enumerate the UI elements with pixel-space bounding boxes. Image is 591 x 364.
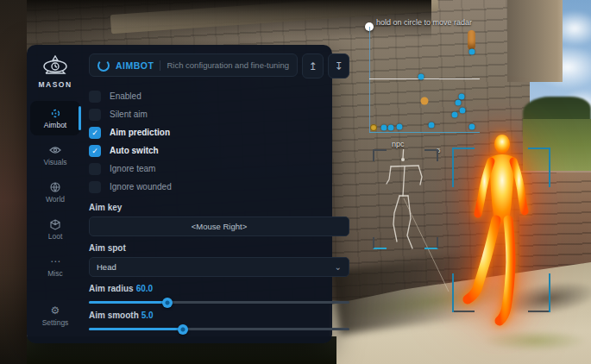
cube-icon [50, 218, 60, 230]
aim-radius-label: Aim radius60.0 [89, 284, 349, 293]
aim-spot-label: Aim spot [89, 243, 349, 253]
radar-hint-text: hold on circle to move radar [376, 18, 472, 27]
import-config-button[interactable]: ↥ [302, 53, 324, 78]
toggle-silent-aim[interactable]: ✓ Silent aim [89, 105, 349, 123]
sidebar: MASON Aimbot Visuals [27, 45, 84, 343]
aim-smooth-label: Aim smooth5.0 [89, 311, 349, 320]
radar-orange-dot [421, 97, 429, 105]
brand-name: MASON [38, 80, 72, 89]
radar-blue-dot [456, 100, 462, 106]
sidebar-item-loot[interactable]: Loot [30, 212, 80, 247]
gear-icon: ⚙ [51, 304, 60, 317]
toggle-label: Ignore team [110, 164, 155, 173]
slider-value: 60.0 [136, 284, 153, 293]
ellipsis-icon: ⋯ [50, 255, 60, 267]
export-config-button[interactable]: ↧ [328, 53, 349, 78]
bracket-segment [454, 311, 475, 312]
checkbox[interactable]: ✓ [89, 181, 101, 193]
toggle-label: Enabled [110, 91, 141, 101]
slider-value: 5.0 [141, 311, 154, 320]
bracket-segment [452, 273, 454, 312]
aim-smooth-slider[interactable] [89, 328, 349, 330]
radar-blue-dot [388, 125, 394, 131]
slider-handle[interactable] [178, 324, 188, 335]
wall-corner-block [507, 0, 563, 82]
radar-blue-dot [418, 74, 424, 80]
slider-fill [89, 328, 183, 330]
radar-dots [369, 27, 480, 133]
checkbox[interactable]: ✓ [89, 145, 101, 157]
sidebar-item-label: Aimbot [44, 121, 66, 129]
sidebar-item-misc[interactable]: ⋯ Misc [30, 249, 80, 284]
toggle-ignore-wounded[interactable]: ✓ Ignore wounded [89, 178, 349, 196]
bracket-segment [528, 147, 550, 149]
radar-blue-dot [459, 94, 465, 100]
checkbox[interactable]: ✓ [89, 127, 101, 139]
left-wall-edge [0, 0, 27, 364]
slider-handle[interactable] [162, 298, 173, 308]
npc-name-label: npc [392, 140, 405, 148]
radar-widget[interactable]: hold on circle to move radar [369, 27, 480, 133]
sidebar-item-label: Visuals [43, 158, 66, 166]
sidebar-item-label: World [46, 195, 65, 204]
download-icon: ↧ [334, 60, 343, 72]
checkbox[interactable]: ✓ [89, 91, 101, 103]
chevron-down-icon: ⌄ [335, 263, 342, 272]
slider-fill [89, 301, 167, 304]
radar-blue-dot [469, 124, 475, 130]
radar-yellow-dot [370, 124, 377, 131]
slider-label: Aim smooth [89, 311, 139, 320]
bracket-segment [549, 147, 550, 187]
radar-blue-dot [429, 122, 435, 129]
radar-blue-dot [452, 112, 458, 118]
crosshair-icon [50, 107, 61, 119]
toggle-label: Aim prediction [110, 128, 170, 137]
bracket-segment [452, 147, 475, 149]
sidebar-item-settings[interactable]: ⚙ Settings [30, 298, 80, 333]
checkbox[interactable]: ✓ [89, 109, 101, 121]
toggle-label: Silent aim [110, 110, 148, 119]
aim-spot-value: Head [97, 262, 116, 272]
section-title: AIMBOT [116, 60, 154, 71]
player-esp-bracket [452, 147, 550, 312]
mason-logo-icon [40, 55, 71, 78]
upload-icon: ↥ [308, 60, 317, 72]
sidebar-item-label: Misc [47, 269, 62, 278]
cheat-menu-panel: MASON Aimbot Visuals [27, 45, 332, 343]
toggle-label: Ignore wounded [110, 182, 172, 191]
panel-content: AIMBOT Rich configuration and fine-tunin… [84, 45, 362, 343]
bracket-segment [452, 147, 454, 187]
slider-label: Aim radius [89, 284, 134, 293]
aim-key-label: Aim key [89, 203, 349, 212]
section-subtitle: Rich configuration and fine-tuning [167, 60, 289, 70]
npc-skeleton [373, 149, 438, 251]
toggle-label: Auto switch [110, 146, 159, 155]
divider [160, 60, 160, 71]
toggle-ignore-team[interactable]: ✓ Ignore team [89, 160, 349, 178]
bracket-segment [549, 273, 550, 312]
globe-icon [50, 181, 60, 193]
toggle-auto-switch[interactable]: ✓ Auto switch [89, 141, 349, 160]
aim-radius-slider[interactable] [89, 301, 349, 304]
sidebar-item-world[interactable]: World [30, 175, 80, 210]
wall-shadow [0, 0, 431, 40]
toggle-enabled[interactable]: ✓ Enabled [89, 87, 349, 105]
aim-spot-select[interactable]: Head ⌄ [89, 257, 349, 277]
radar-blue-dot [469, 49, 475, 55]
sidebar-item-aimbot[interactable]: Aimbot [30, 101, 80, 135]
radar-blue-dot [397, 124, 403, 130]
panel-header: AIMBOT Rich configuration and fine-tunin… [89, 53, 349, 78]
sidebar-item-visuals[interactable]: Visuals [30, 138, 80, 173]
radar-blue-dot [460, 108, 466, 114]
checkbox[interactable]: ✓ [89, 163, 101, 175]
eye-icon [49, 144, 61, 156]
bracket-segment [528, 311, 549, 312]
spinner-icon [97, 60, 110, 72]
game-screen: hold on circle to move radar npc 5 [0, 0, 591, 364]
aim-key-button[interactable]: <Mouse Right> [89, 217, 349, 236]
npc-esp: npc 5 [373, 141, 440, 251]
sidebar-item-label: Loot [48, 232, 63, 241]
sidebar-item-label: Settings [42, 318, 69, 327]
toggle-aim-prediction[interactable]: ✓ Aim prediction [89, 123, 349, 141]
brand: MASON [38, 55, 72, 89]
